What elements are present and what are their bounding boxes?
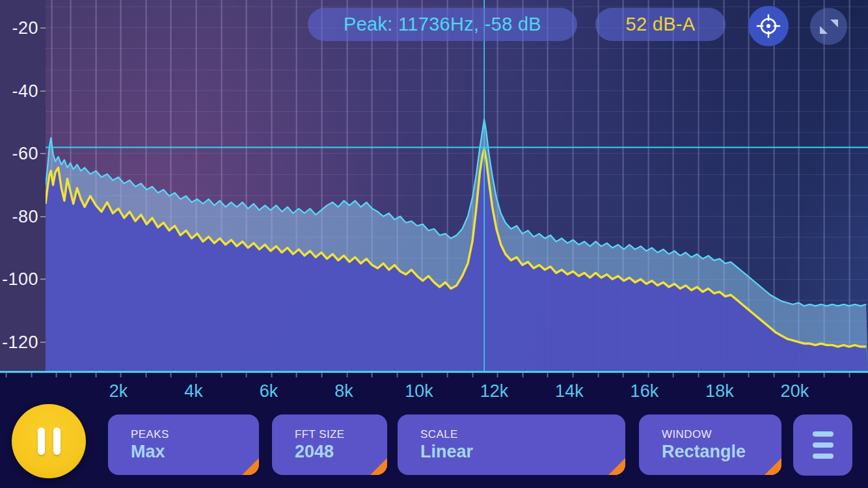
x-axis-label: 10k <box>405 381 433 401</box>
peak-readout-text: Peak: 11736Hz, -58 dB <box>344 14 541 35</box>
hamburger-menu-icon <box>813 431 834 437</box>
spectrum-chart <box>46 0 868 371</box>
spectrum-plot[interactable] <box>46 0 868 371</box>
crosshair-target-button[interactable] <box>748 6 789 46</box>
y-axis-label: -120 <box>2 332 38 352</box>
spectrum-analyzer-app: -20-40-60-80-100-120 2k4k6k8k10k12k14k16… <box>0 0 868 488</box>
x-axis-label: 12k <box>480 381 509 401</box>
y-axis-tick <box>40 90 46 92</box>
fft-size-button[interactable]: FFT SIZE 2048 <box>272 414 387 475</box>
y-axis: -20-40-60-80-100-120 <box>0 0 46 371</box>
fullscreen-expand-button[interactable] <box>810 8 847 45</box>
peaks-mode-button[interactable]: PEAKS Max <box>108 414 259 475</box>
fft-button-label: FFT SIZE <box>295 429 387 440</box>
corner-fold-icon <box>242 458 259 475</box>
peaks-button-value: Max <box>131 442 259 461</box>
hamburger-menu-icon <box>813 442 834 448</box>
y-axis-label: -100 <box>2 269 38 290</box>
x-axis-label: 6k <box>260 381 278 401</box>
crosshair-target-icon <box>756 14 781 38</box>
bottom-toolbar: PEAKS Max FFT SIZE 2048 SCALE Linear WIN… <box>0 405 868 488</box>
y-axis-tick <box>40 278 46 280</box>
x-axis-ticks <box>0 373 868 377</box>
x-axis-label: 16k <box>631 381 659 401</box>
y-axis-label: -60 <box>12 144 38 164</box>
scale-button[interactable]: SCALE Linear <box>398 414 625 475</box>
corner-fold-icon <box>370 458 387 475</box>
peaks-button-label: PEAKS <box>131 429 259 440</box>
hamburger-menu-icon <box>813 454 834 459</box>
x-axis-label: 18k <box>705 381 734 401</box>
x-axis: 2k4k6k8k10k12k14k16k18k20k <box>0 371 868 407</box>
window-button-value: Rectangle <box>662 442 781 461</box>
fullscreen-expand-icon <box>816 14 842 40</box>
dba-level-pill[interactable]: 52 dB-A <box>595 8 726 41</box>
x-axis-label: 2k <box>109 381 128 401</box>
x-axis-label: 14k <box>555 381 584 401</box>
window-button-label: WINDOW <box>662 429 781 440</box>
corner-fold-icon <box>765 458 781 475</box>
x-axis-label: 8k <box>334 381 353 401</box>
corner-fold-icon <box>608 458 625 475</box>
x-axis-label: 4k <box>184 381 203 401</box>
y-axis-tick <box>40 342 46 343</box>
menu-button[interactable] <box>793 414 852 476</box>
pause-icon <box>53 427 61 455</box>
pause-icon <box>38 427 45 455</box>
peak-readout-pill[interactable]: Peak: 11736Hz, -58 dB <box>308 8 577 41</box>
pause-button[interactable] <box>12 404 86 478</box>
scale-button-value: Linear <box>420 442 625 461</box>
y-axis-label: -20 <box>12 18 38 38</box>
y-axis-label: -80 <box>12 206 38 226</box>
y-axis-label: -40 <box>12 81 38 101</box>
y-axis-tick <box>40 27 46 29</box>
x-axis-label: 20k <box>781 381 809 401</box>
scale-button-label: SCALE <box>420 429 625 440</box>
y-axis-tick <box>40 216 46 217</box>
window-function-button[interactable]: WINDOW Rectangle <box>639 414 781 475</box>
dba-level-text: 52 dB-A <box>626 14 696 35</box>
y-axis-tick <box>40 153 46 154</box>
